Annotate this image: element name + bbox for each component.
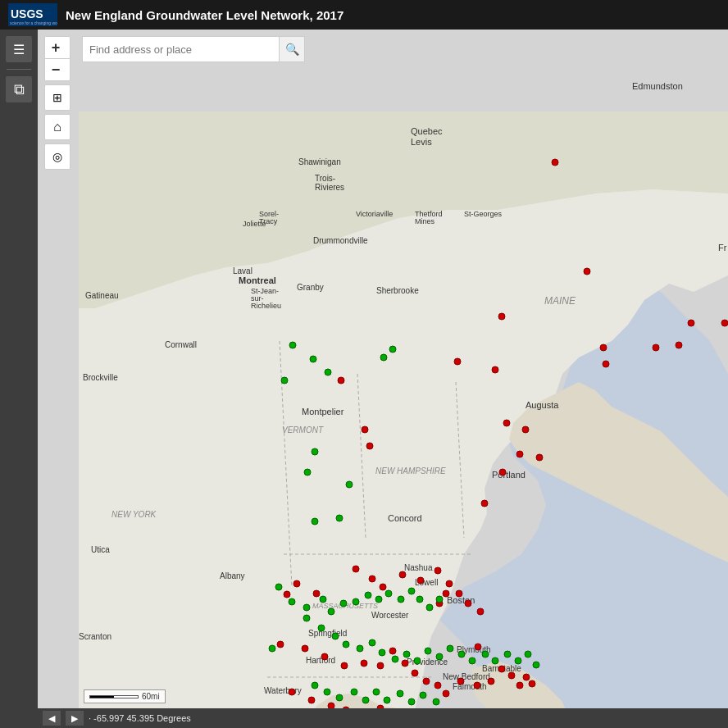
data-dot-red[interactable] — [488, 678, 495, 685]
data-dot-green[interactable] — [403, 651, 411, 658]
data-dot-green[interactable] — [343, 641, 350, 648]
data-dot-red[interactable] — [361, 660, 368, 667]
data-dot-green[interactable] — [458, 651, 466, 658]
data-dot-green[interactable] — [318, 625, 325, 632]
data-dot-green[interactable] — [389, 346, 397, 353]
map-container[interactable]: Edmundston Quebec Levis Shawinigan Trois… — [38, 30, 728, 728]
data-dot-red[interactable] — [676, 342, 683, 349]
data-dot-red[interactable] — [498, 313, 506, 321]
data-dot-red[interactable] — [293, 580, 301, 588]
data-dot-red[interactable] — [380, 584, 387, 591]
home-button[interactable]: ⌂ — [44, 114, 71, 140]
data-dot-red[interactable] — [457, 678, 465, 685]
search-button[interactable]: 🔍 — [279, 36, 305, 62]
data-dot-green[interactable] — [482, 651, 489, 658]
data-dot-red[interactable] — [584, 268, 591, 275]
data-dot-red[interactable] — [308, 697, 316, 704]
data-dot-red[interactable] — [443, 690, 450, 698]
data-dot-red[interactable] — [492, 366, 499, 374]
data-dot-green[interactable] — [397, 690, 404, 698]
data-dot-red[interactable] — [477, 608, 485, 616]
data-dot-green[interactable] — [379, 649, 386, 657]
data-dot-green[interactable] — [436, 653, 444, 661]
data-dot-red[interactable] — [443, 590, 450, 598]
data-dot-red[interactable] — [338, 377, 345, 384]
data-dot-red[interactable] — [516, 682, 524, 689]
data-dot-green[interactable] — [351, 689, 358, 696]
data-dot-red[interactable] — [552, 159, 559, 166]
data-dot-red[interactable] — [721, 320, 729, 327]
data-dot-green[interactable] — [392, 656, 399, 663]
data-dot-red[interactable] — [508, 672, 516, 680]
data-dot-red[interactable] — [366, 443, 374, 450]
data-dot-green[interactable] — [469, 657, 476, 665]
data-dot-red[interactable] — [503, 420, 511, 427]
nav-next-button[interactable]: ▶ — [66, 711, 84, 726]
data-dot-green[interactable] — [408, 698, 416, 706]
data-dot-red[interactable] — [446, 580, 453, 588]
data-dot-green[interactable] — [303, 615, 311, 622]
data-dot-green[interactable] — [303, 604, 311, 612]
zoom-out-button[interactable]: − — [45, 59, 66, 80]
data-dot-green[interactable] — [365, 592, 372, 599]
data-dot-red[interactable] — [481, 500, 489, 507]
data-dot-red[interactable] — [536, 454, 544, 462]
data-dot-green[interactable] — [373, 689, 380, 696]
data-dot-green[interactable] — [357, 645, 364, 653]
data-dot-green[interactable] — [384, 697, 391, 704]
locate-button[interactable]: ◎ — [44, 143, 71, 170]
data-dot-green[interactable] — [416, 596, 424, 603]
data-dot-red[interactable] — [499, 469, 507, 476]
data-dot-green[interactable] — [492, 657, 499, 665]
data-dot-red[interactable] — [423, 678, 430, 685]
data-dot-green[interactable] — [312, 682, 319, 689]
data-dot-red[interactable] — [516, 451, 524, 458]
data-dot-green[interactable] — [369, 639, 376, 647]
data-dot-red[interactable] — [600, 344, 607, 352]
data-dot-red[interactable] — [389, 648, 397, 655]
data-dot-red[interactable] — [399, 571, 407, 579]
search-input[interactable] — [82, 36, 279, 62]
data-dot-green[interactable] — [504, 651, 512, 658]
data-dot-red[interactable] — [435, 567, 442, 575]
data-dot-green[interactable] — [269, 645, 276, 653]
data-dot-red[interactable] — [284, 591, 291, 598]
data-dot-red[interactable] — [302, 645, 309, 653]
data-dot-green[interactable] — [289, 342, 297, 349]
data-dot-green[interactable] — [320, 596, 327, 603]
data-dot-red[interactable] — [688, 320, 695, 327]
data-dot-green[interactable] — [408, 588, 416, 595]
menu-button[interactable]: ☰ — [6, 36, 32, 62]
data-dot-red[interactable] — [653, 344, 660, 352]
data-dot-green[interactable] — [328, 608, 335, 616]
data-dot-green[interactable] — [426, 604, 434, 612]
data-dot-green[interactable] — [336, 694, 344, 702]
layers-button[interactable]: ⧉ — [6, 76, 32, 102]
data-dot-red[interactable] — [353, 566, 360, 573]
data-dot-green[interactable] — [353, 598, 360, 606]
data-dot-green[interactable] — [433, 698, 440, 706]
data-dot-red[interactable] — [417, 577, 425, 585]
zoom-in-button[interactable]: + — [45, 37, 66, 58]
data-dot-green[interactable] — [385, 590, 393, 598]
data-dot-green[interactable] — [398, 596, 405, 603]
data-dot-green[interactable] — [312, 518, 319, 526]
data-dot-red[interactable] — [362, 426, 369, 434]
data-dot-red[interactable] — [435, 682, 442, 689]
data-dot-red[interactable] — [603, 361, 610, 368]
data-dot-green[interactable] — [380, 354, 388, 362]
data-dot-green[interactable] — [525, 651, 532, 658]
basemap-button[interactable]: ⊞ — [44, 84, 71, 111]
data-dot-red[interactable] — [412, 670, 419, 677]
data-dot-red[interactable] — [465, 600, 472, 607]
data-dot-red[interactable] — [313, 590, 321, 598]
data-dot-red[interactable] — [277, 641, 284, 648]
data-dot-green[interactable] — [289, 598, 296, 606]
data-dot-red[interactable] — [369, 576, 376, 583]
data-dot-red[interactable] — [377, 662, 384, 670]
data-dot-red[interactable] — [474, 682, 481, 689]
data-dot-green[interactable] — [304, 469, 312, 476]
nav-prev-button[interactable]: ◀ — [43, 711, 61, 726]
data-dot-green[interactable] — [436, 596, 444, 603]
data-dot-green[interactable] — [425, 648, 432, 655]
